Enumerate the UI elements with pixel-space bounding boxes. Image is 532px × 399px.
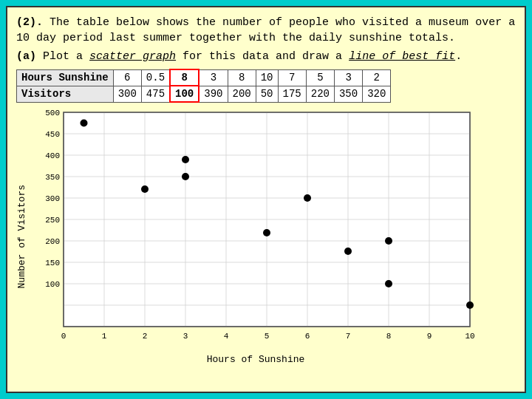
svg-text:6: 6 (305, 332, 310, 341)
row1-label: Hours Sunshine (17, 69, 114, 86)
h9: 2 (363, 69, 391, 86)
svg-text:500: 500 (45, 109, 60, 117)
point-8-200 (385, 237, 392, 245)
svg-text:5: 5 (265, 332, 270, 341)
point-10-50 (466, 301, 474, 309)
point-7-175 (344, 248, 352, 255)
data-table: Hours Sunshine 6 0.5 8 3 8 10 7 5 3 2 Vi… (16, 69, 391, 103)
part-a: (a) Plot a scatter graph for this data a… (16, 50, 516, 63)
h6: 7 (278, 69, 306, 86)
chart-inner: 500 450 400 350 300 250 200 150 100 0 1 … (30, 109, 481, 365)
svg-text:100: 100 (45, 280, 60, 289)
v6: 175 (278, 86, 306, 102)
svg-text:350: 350 (45, 173, 60, 182)
svg-text:0: 0 (61, 332, 66, 341)
v7: 220 (306, 86, 334, 102)
h1: 0.5 (141, 69, 170, 86)
point-5-220 (263, 229, 270, 236)
svg-text:9: 9 (427, 332, 432, 341)
svg-text:1: 1 (102, 332, 107, 341)
v1: 475 (141, 86, 170, 102)
svg-text:250: 250 (45, 216, 60, 225)
problem-text: (2). The table below shows the number of… (16, 15, 516, 46)
svg-text:10: 10 (465, 332, 474, 341)
point-3-350 (182, 173, 189, 180)
point-0.5-475 (81, 120, 88, 127)
svg-text:7: 7 (346, 332, 351, 341)
v3: 390 (199, 86, 228, 102)
point-2-320 (141, 185, 149, 193)
v2-highlighted: 100 (170, 86, 199, 102)
h5: 10 (256, 69, 278, 86)
svg-text:150: 150 (45, 259, 60, 267)
y-axis-label: Number of Visitors (16, 185, 27, 288)
row2-label: Visitors (17, 86, 114, 102)
h3: 3 (199, 69, 228, 86)
h2-highlighted: 8 (170, 69, 199, 86)
table-row-headers: Hours Sunshine 6 0.5 8 3 8 10 7 5 3 2 (17, 69, 391, 86)
svg-text:200: 200 (45, 237, 60, 246)
table-row-values: Visitors 300 475 100 390 200 50 175 220 … (17, 86, 391, 102)
v8: 350 (334, 86, 362, 102)
v0: 300 (113, 86, 141, 102)
svg-text:2: 2 (143, 332, 148, 341)
v9: 320 (363, 86, 391, 102)
svg-text:300: 300 (45, 194, 60, 203)
point-6-300 (304, 194, 311, 202)
point-3-390 (182, 156, 189, 163)
v5: 50 (256, 86, 278, 102)
svg-text:450: 450 (45, 130, 60, 139)
point-8-100 (385, 280, 392, 287)
part-a-label: (a) (16, 50, 36, 63)
h8: 3 (334, 69, 362, 86)
main-container: (2). The table below shows the number of… (6, 6, 526, 393)
h7: 5 (306, 69, 334, 86)
svg-text:400: 400 (45, 151, 60, 160)
problem-description: The table below shows the number of peop… (16, 16, 515, 44)
part-a-text: Plot a scatter graph for this data and d… (43, 50, 462, 63)
problem-number: (2). (16, 16, 43, 29)
svg-text:8: 8 (386, 332, 392, 341)
chart-wrapper: Number of Visitors (16, 109, 516, 365)
svg-text:4: 4 (224, 332, 229, 341)
svg-text:3: 3 (183, 332, 188, 341)
scatter-plot: 500 450 400 350 300 250 200 150 100 0 1 … (30, 109, 481, 352)
v4: 200 (228, 86, 256, 102)
h4: 8 (228, 69, 256, 86)
h0: 6 (113, 69, 141, 86)
x-axis-label: Hours of Sunshine (207, 354, 305, 365)
